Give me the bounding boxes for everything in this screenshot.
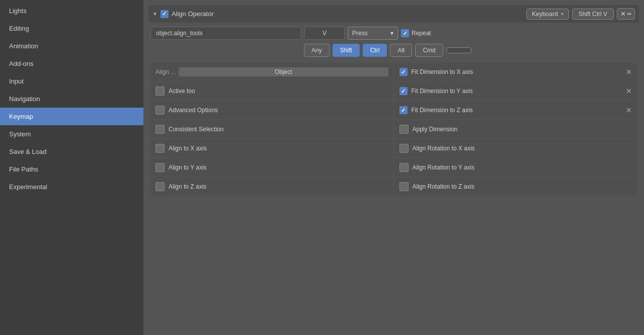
sidebar-item-lights[interactable]: Lights (0, 2, 143, 20)
fit-dim-y-option[interactable]: Fit Dimension to Y axis ✕ (394, 82, 637, 100)
fit-dim-z-label: Fit Dimension to Z axis (412, 107, 473, 114)
sidebar-item-editing[interactable]: Editing (0, 20, 143, 37)
apply-dimension-checkbox[interactable] (399, 125, 409, 134)
align-rot-y-option[interactable]: Align Rotation to Y axis (394, 158, 637, 177)
align-rot-x-checkbox[interactable] (399, 144, 409, 153)
fit-dim-x-checkbox[interactable] (399, 68, 408, 76)
cmd-modifier-btn[interactable]: Cmd (415, 44, 443, 57)
operator-id-input[interactable] (150, 27, 301, 40)
modifiers-row: Any Shift Ctrl Alt Cmd (302, 44, 639, 57)
fit-dim-x-close-icon[interactable]: ✕ (626, 68, 632, 76)
align-rot-z-option[interactable]: Align Rotation to Z axis (394, 178, 637, 196)
align-y-checkbox[interactable] (155, 163, 165, 172)
repeat-checkbox[interactable] (401, 29, 409, 37)
operator-enabled-checkbox[interactable] (160, 10, 169, 18)
active-too-label: Active too (169, 88, 195, 95)
sidebar-item-animation[interactable]: Animation (0, 37, 143, 55)
align-rot-z-label: Align Rotation to Z axis (413, 183, 474, 190)
fit-dim-x-label: Fit Dimension to X axis (412, 68, 473, 75)
apply-dimension-option[interactable]: Apply Dimension (394, 120, 637, 138)
keybind-row: Press ▾ Repeat (148, 27, 639, 40)
extra-modifier-btn[interactable] (446, 47, 471, 53)
sidebar-item-keymap[interactable]: Keymap (0, 108, 143, 125)
repeat-row: Repeat (401, 29, 431, 37)
active-too-option[interactable]: Active too (150, 82, 393, 100)
fit-dim-x-option[interactable]: Fit Dimension to X axis ✕ (394, 63, 637, 81)
align-rot-z-checkbox[interactable] (399, 182, 409, 191)
operator-row: ▼ Align Operator Keyboard ▾ Shift Ctrl V… (148, 5, 639, 23)
sidebar-item-navigation[interactable]: Navigation (0, 90, 143, 108)
align-z-checkbox[interactable] (155, 182, 165, 191)
any-modifier-btn[interactable]: Any (304, 44, 330, 57)
advanced-options-checkbox[interactable] (155, 106, 165, 115)
align-value: Object (179, 67, 388, 76)
consistent-selection-checkbox[interactable] (155, 125, 165, 134)
sidebar: Lights Editing Animation Add-ons Input N… (0, 0, 143, 335)
advanced-options-option[interactable]: Advanced Options (150, 101, 393, 119)
options-grid: Align ... Object Fit Dimension to X axis… (148, 63, 639, 196)
operator-close-button[interactable]: ✕ ⇔ (617, 8, 635, 20)
active-too-checkbox[interactable] (155, 87, 165, 96)
align-rot-x-label: Align Rotation to X axis (413, 145, 475, 152)
operator-label: Align Operator (172, 10, 523, 18)
apply-dimension-label: Apply Dimension (413, 126, 458, 133)
align-prefix: Align ... (155, 68, 176, 75)
fit-dim-y-checkbox[interactable] (399, 87, 408, 95)
alt-modifier-btn[interactable]: Alt (390, 44, 412, 57)
fit-dim-z-option[interactable]: Fit Dimension to Z axis ✕ (394, 101, 637, 119)
sidebar-item-saveload[interactable]: Save & Load (0, 143, 143, 160)
event-type-dropdown[interactable]: Press ▾ (348, 27, 398, 40)
sidebar-item-filepaths[interactable]: File Paths (0, 160, 143, 178)
expand-icon[interactable]: ▼ (152, 11, 157, 17)
close-icon: ✕ (620, 10, 626, 18)
fit-dim-y-label: Fit Dimension to Y axis (412, 88, 473, 95)
fit-dim-z-checkbox[interactable] (399, 106, 408, 114)
dropdown-arrow-icon: ▾ (561, 11, 564, 17)
align-x-option[interactable]: Align to X axis (150, 139, 393, 157)
ctrl-modifier-btn[interactable]: Ctrl (363, 44, 387, 57)
advanced-options-label: Advanced Options (169, 107, 218, 114)
sidebar-item-input[interactable]: Input (0, 72, 143, 90)
align-x-label: Align to X axis (169, 145, 207, 152)
align-x-checkbox[interactable] (155, 144, 165, 153)
align-rot-x-option[interactable]: Align Rotation to X axis (394, 139, 637, 157)
fit-dim-y-close-icon[interactable]: ✕ (626, 87, 632, 95)
sidebar-item-addons[interactable]: Add-ons (0, 55, 143, 72)
align-rot-y-checkbox[interactable] (399, 163, 409, 172)
operator-icon-sym: ⇔ (627, 11, 631, 17)
type-dropdown-arrow-icon: ▾ (390, 30, 393, 37)
main-content: ▼ Align Operator Keyboard ▾ Shift Ctrl V… (143, 0, 644, 335)
align-y-option[interactable]: Align to Y axis (150, 158, 393, 177)
fit-dim-z-close-icon[interactable]: ✕ (626, 106, 632, 114)
repeat-label: Repeat (412, 30, 431, 37)
shortcut-display[interactable]: Shift Ctrl V (572, 9, 614, 20)
align-z-label: Align to Z axis (169, 183, 206, 190)
keyboard-type-dropdown[interactable]: Keyboard ▾ (526, 9, 569, 20)
consistent-selection-option[interactable]: Consistent Selection (150, 120, 393, 138)
align-y-label: Align to Y axis (169, 164, 207, 171)
align-object-option[interactable]: Align ... Object (150, 63, 393, 81)
sidebar-item-system[interactable]: System (0, 125, 143, 143)
align-rot-y-label: Align Rotation to Y axis (413, 164, 475, 171)
align-z-option[interactable]: Align to Z axis (150, 178, 393, 196)
key-input[interactable] (304, 27, 345, 40)
consistent-selection-label: Consistent Selection (169, 126, 223, 133)
sidebar-item-experimental[interactable]: Experimental (0, 178, 143, 196)
shift-modifier-btn[interactable]: Shift (333, 44, 360, 57)
